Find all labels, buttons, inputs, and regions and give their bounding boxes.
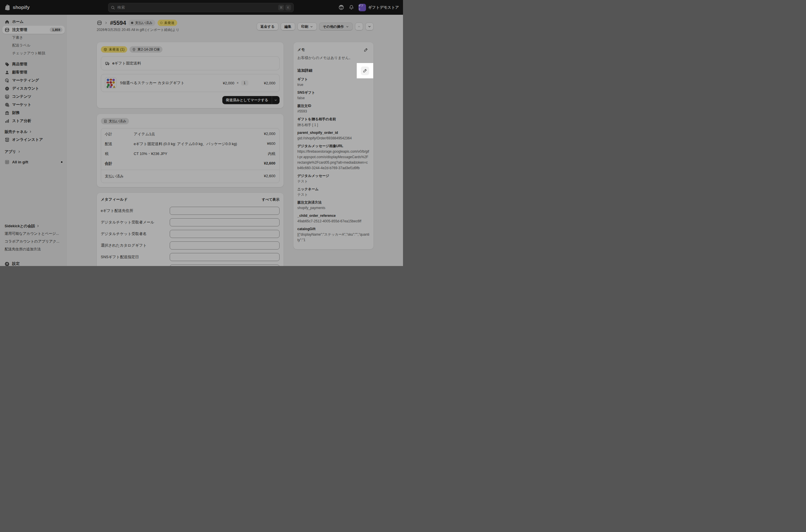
shopify-admin-order-page: shopify 検索 ⌘ K ギフト ギフトデモストア — [0, 0, 403, 266]
dim-overlay — [0, 0, 403, 266]
pencil-icon — [363, 69, 367, 73]
spotlight-highlight — [357, 63, 373, 78]
edit-additional-details-button[interactable] — [361, 66, 369, 75]
